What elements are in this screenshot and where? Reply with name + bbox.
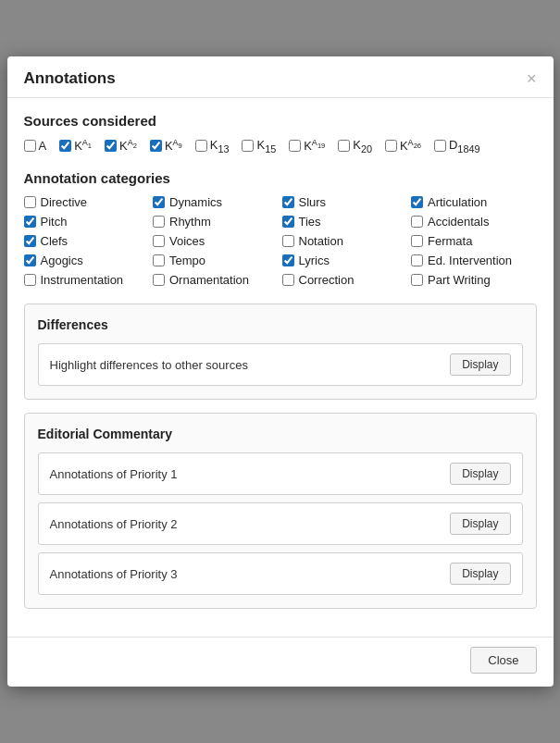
cat-checkbox-voices[interactable] [153, 235, 165, 247]
cat-checkbox-directive[interactable] [24, 196, 36, 208]
cat-checkbox-articulation[interactable] [411, 196, 423, 208]
cat-item-correction[interactable]: Correction [282, 273, 408, 287]
cat-item-part-writing[interactable]: Part Writing [411, 273, 537, 287]
modal-header: Annotations × [7, 56, 554, 98]
cat-label-notation: Notation [299, 234, 343, 248]
priority-3-label: Annotations of Priority 3 [50, 567, 178, 581]
cat-label-tempo: Tempo [169, 254, 205, 267]
source-checkbox-KA26[interactable] [385, 140, 397, 152]
source-label-KA19: KA19 [304, 138, 325, 153]
cat-checkbox-slurs[interactable] [282, 196, 294, 208]
close-x-button[interactable]: × [527, 70, 537, 87]
cat-checkbox-fermata[interactable] [411, 235, 423, 247]
cat-item-agogics[interactable]: Agogics [24, 254, 150, 267]
source-item-K13[interactable]: K13 [195, 138, 230, 155]
source-item-K20[interactable]: K20 [338, 138, 372, 155]
differences-display-button[interactable]: Display [450, 353, 510, 376]
cat-item-ed-intervention[interactable]: Ed. Intervention [411, 254, 537, 267]
differences-row: Highlight differences to other sources D… [38, 343, 523, 386]
cat-item-articulation[interactable]: Articulation [411, 195, 537, 209]
source-label-A: A [39, 139, 47, 153]
cat-label-voices: Voices [169, 234, 205, 248]
source-checkbox-A[interactable] [24, 140, 36, 152]
cat-checkbox-notation[interactable] [282, 235, 294, 247]
source-label-KA9: KA9 [165, 138, 182, 153]
source-item-K15[interactable]: K15 [242, 138, 276, 155]
source-label-KA2: KA2 [119, 138, 137, 153]
cat-label-clefs: Clefs [41, 234, 68, 248]
sources-title: Sources considered [24, 113, 537, 129]
cat-checkbox-tempo[interactable] [153, 254, 165, 266]
cat-label-ties: Ties [299, 215, 321, 229]
priority-2-display-button[interactable]: Display [450, 513, 510, 535]
priority-2-label: Annotations of Priority 2 [50, 517, 178, 531]
source-label-K13: K13 [210, 138, 230, 155]
categories-title: Annotation categories [24, 170, 537, 186]
cat-item-ornamentation[interactable]: Ornamentation [153, 273, 279, 287]
cat-checkbox-lyrics[interactable] [282, 254, 294, 266]
cat-checkbox-clefs[interactable] [24, 235, 36, 247]
source-checkbox-KA1[interactable] [59, 140, 71, 152]
source-item-KA1[interactable]: KA1 [59, 138, 92, 153]
source-item-KA19[interactable]: KA19 [289, 138, 325, 153]
cat-checkbox-ed-intervention[interactable] [411, 254, 423, 266]
priority-1-label: Annotations of Priority 1 [50, 467, 178, 481]
editorial-commentary-section: Editorial Commentary Annotations of Prio… [24, 413, 537, 609]
cat-checkbox-accidentals[interactable] [411, 216, 423, 228]
cat-checkbox-dynamics[interactable] [153, 196, 165, 208]
cat-label-correction: Correction [299, 273, 355, 287]
cat-item-ties[interactable]: Ties [282, 215, 408, 229]
cat-item-lyrics[interactable]: Lyrics [282, 254, 408, 267]
cat-item-tempo[interactable]: Tempo [153, 254, 279, 267]
cat-label-lyrics: Lyrics [299, 254, 330, 267]
source-label-KA26: KA26 [400, 138, 421, 153]
cat-checkbox-instrumentation[interactable] [24, 274, 36, 286]
source-checkbox-K13[interactable] [195, 140, 207, 152]
cat-item-fermata[interactable]: Fermata [411, 234, 537, 248]
cat-item-pitch[interactable]: Pitch [24, 215, 150, 229]
source-checkbox-KA9[interactable] [150, 140, 162, 152]
modal-footer: Close [7, 637, 554, 687]
cat-checkbox-ties[interactable] [282, 216, 294, 228]
modal-title: Annotations [24, 69, 116, 88]
cat-label-accidentals: Accidentals [428, 215, 489, 229]
cat-item-slurs[interactable]: Slurs [282, 195, 408, 209]
source-checkbox-K20[interactable] [338, 140, 350, 152]
differences-section: Differences Highlight differences to oth… [24, 303, 537, 400]
source-item-KA9[interactable]: KA9 [150, 138, 182, 153]
cat-item-rhythm[interactable]: Rhythm [153, 215, 279, 229]
priority-row-3: Annotations of Priority 3 Display [38, 552, 523, 595]
cat-item-directive[interactable]: Directive [24, 195, 150, 209]
priority-1-display-button[interactable]: Display [450, 463, 510, 485]
close-button[interactable]: Close [470, 647, 536, 674]
source-item-KA26[interactable]: KA26 [385, 138, 421, 153]
priority-3-display-button[interactable]: Display [450, 563, 510, 585]
cat-item-voices[interactable]: Voices [153, 234, 279, 248]
cat-checkbox-pitch[interactable] [24, 216, 36, 228]
cat-checkbox-part-writing[interactable] [411, 274, 423, 286]
cat-checkbox-agogics[interactable] [24, 254, 36, 266]
cat-item-instrumentation[interactable]: Instrumentation [24, 273, 150, 287]
cat-label-dynamics: Dynamics [169, 195, 222, 209]
source-item-KA2[interactable]: KA2 [105, 138, 137, 153]
cat-label-pitch: Pitch [41, 215, 68, 229]
cat-item-dynamics[interactable]: Dynamics [153, 195, 279, 209]
source-checkbox-KA19[interactable] [289, 140, 301, 152]
source-checkbox-D1849[interactable] [434, 140, 446, 152]
cat-checkbox-correction[interactable] [282, 274, 294, 286]
source-item-A[interactable]: A [24, 139, 47, 153]
cat-item-accidentals[interactable]: Accidentals [411, 215, 537, 229]
cat-checkbox-ornamentation[interactable] [153, 274, 165, 286]
modal-body: Sources considered A KA1 KA2 KA9 [7, 98, 554, 638]
cat-label-directive: Directive [41, 195, 88, 209]
cat-item-clefs[interactable]: Clefs [24, 234, 150, 248]
source-checkbox-KA2[interactable] [105, 140, 117, 152]
cat-label-slurs: Slurs [299, 195, 327, 209]
cat-label-agogics: Agogics [41, 254, 83, 267]
source-checkbox-K15[interactable] [242, 140, 254, 152]
cat-label-part-writing: Part Writing [428, 273, 491, 287]
cat-item-notation[interactable]: Notation [282, 234, 408, 248]
cat-checkbox-rhythm[interactable] [153, 216, 165, 228]
source-item-D1849[interactable]: D1849 [434, 138, 479, 155]
source-label-KA1: KA1 [74, 138, 92, 153]
